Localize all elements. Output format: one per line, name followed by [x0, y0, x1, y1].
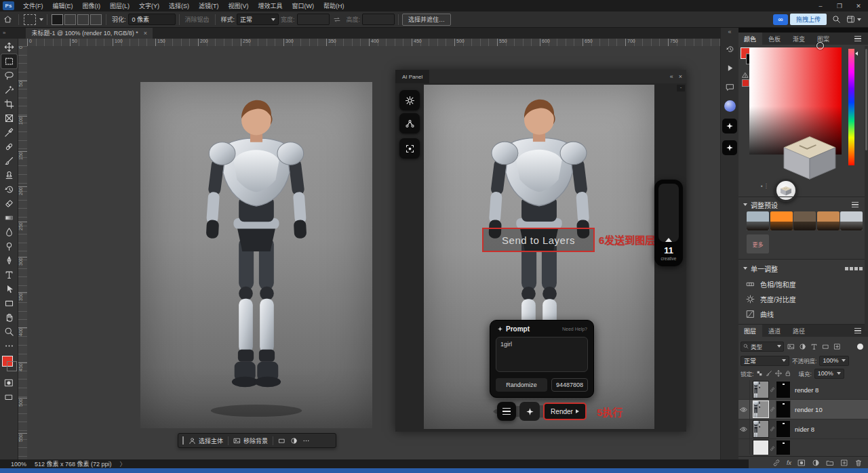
mask-link-icon[interactable] — [769, 387, 776, 392]
crop-tool[interactable] — [1, 97, 17, 111]
filter-smart-object-icon[interactable] — [833, 342, 842, 351]
preset-thumbnail[interactable] — [840, 211, 863, 230]
render-button[interactable]: Render — [543, 403, 587, 420]
ai-focus-button[interactable] — [399, 138, 420, 159]
home-icon[interactable] — [1, 14, 14, 25]
plugin-badge-button[interactable] — [774, 179, 797, 202]
ai-panel-tab[interactable]: AI Panel — [395, 70, 429, 83]
panel-tab[interactable]: 图层 — [738, 325, 762, 337]
minimize-button[interactable]: – — [811, 0, 830, 12]
layer-name[interactable]: render 10 — [795, 406, 823, 413]
tab-close-icon[interactable]: × — [144, 30, 147, 37]
swap-dimensions-icon[interactable] — [331, 14, 343, 25]
menu-item[interactable]: 窗口(W) — [288, 1, 319, 10]
panel-tab[interactable]: 色板 — [762, 33, 787, 45]
new-adjustment-icon[interactable] — [812, 459, 820, 467]
creative-slider-track[interactable] — [658, 184, 679, 242]
adjustment-item[interactable]: 色相/饱和度 — [738, 276, 868, 291]
panel-tab[interactable]: 渐变 — [787, 33, 811, 45]
visibility-toggle[interactable] — [738, 419, 750, 438]
taskbar-grip[interactable] — [182, 436, 184, 445]
fill-input[interactable]: 100% — [814, 369, 844, 379]
preset-thumbnail[interactable] — [817, 211, 840, 230]
workspace-switcher[interactable] — [846, 15, 861, 24]
ai-plugin-button-2[interactable] — [722, 140, 737, 155]
randomize-button[interactable]: Randomize — [496, 378, 547, 392]
menu-item[interactable]: 增效工具 — [254, 1, 288, 10]
zoom-tool[interactable] — [1, 325, 17, 339]
menu-item[interactable]: 视图(V) — [224, 1, 254, 10]
lock-pixels-icon[interactable] — [766, 370, 772, 377]
pen-tool[interactable] — [1, 253, 17, 268]
select-and-mask-button[interactable]: 选择并遮住… — [402, 14, 451, 26]
lock-all-icon[interactable] — [785, 370, 791, 377]
single-adjustments-header[interactable]: 单一调整 — [738, 263, 868, 274]
filter-type-icon[interactable] — [810, 342, 818, 351]
tab-overflow-icon[interactable]: » — [3, 30, 5, 36]
document-info[interactable]: 512 像素 x 768 像素 (72 ppi) — [35, 459, 112, 468]
width-input[interactable] — [297, 14, 330, 25]
filter-adjustment-icon[interactable] — [798, 342, 807, 351]
panel-collapse-icon[interactable]: « — [670, 73, 673, 80]
panel-tab[interactable]: 图案 — [811, 33, 835, 45]
visibility-toggle[interactable] — [738, 439, 750, 455]
adjustment-button[interactable] — [290, 437, 298, 445]
layer-thumbnail[interactable] — [753, 382, 768, 398]
selection-mode-intersect[interactable] — [90, 14, 102, 25]
gamut-color-chip[interactable] — [742, 79, 749, 87]
color-swatches[interactable] — [1, 356, 17, 373]
vertical-ruler[interactable]: 050100150200250300350400450500550 — [18, 46, 28, 459]
background-color-swatch[interactable] — [7, 361, 17, 371]
slider-thumb-icon[interactable] — [665, 238, 672, 242]
clone-stamp-tool[interactable] — [1, 168, 17, 182]
height-input[interactable] — [362, 14, 395, 25]
presets-list-icon[interactable] — [852, 202, 859, 207]
panel-minimize-icon[interactable]: - — [677, 85, 685, 91]
layer-name[interactable]: render 8 — [795, 386, 818, 394]
healing-brush-tool[interactable] — [1, 140, 17, 154]
selection-mode-subtract[interactable] — [77, 14, 89, 25]
dock-collapse-icon[interactable]: « — [728, 28, 731, 35]
layer-thumbnail[interactable] — [753, 440, 768, 455]
mask-link-icon[interactable] — [769, 407, 776, 412]
select-subject-button[interactable]: 选择主体 — [189, 436, 223, 445]
panel-menu-icon[interactable] — [854, 36, 861, 41]
panel-tab[interactable]: 路径 — [787, 325, 811, 337]
more-options-button[interactable] — [302, 437, 310, 445]
edit-toolbar[interactable] — [1, 339, 17, 353]
lock-transparency-icon[interactable] — [756, 370, 763, 377]
menu-item[interactable]: 滤镜(T) — [194, 1, 224, 10]
layer-mask-thumbnail[interactable] — [776, 440, 790, 455]
visibility-toggle[interactable] — [738, 400, 750, 419]
layer-row[interactable]: render 10 — [738, 400, 868, 419]
panel-tab[interactable]: 颜色 — [738, 33, 762, 45]
zoom-level[interactable]: 100% — [11, 461, 26, 468]
tool-preset-icon[interactable] — [24, 14, 36, 25]
panel-scrollbar[interactable] — [865, 46, 868, 331]
menu-item[interactable]: 选择(S) — [164, 1, 194, 10]
ai-menu-button[interactable] — [497, 402, 516, 421]
layer-row[interactable]: render 8 — [738, 380, 868, 400]
close-button[interactable]: ✕ — [849, 0, 868, 12]
upload-widget[interactable]: ∞ 拖拽上传 — [773, 14, 827, 25]
hue-slider[interactable] — [848, 49, 854, 165]
filter-toggle[interactable] — [857, 344, 863, 350]
search-icon[interactable] — [832, 15, 841, 24]
new-layer-icon[interactable] — [840, 459, 848, 467]
menu-item[interactable]: 文字(Y) — [134, 1, 164, 10]
gradient-tool[interactable] — [1, 211, 17, 225]
delete-layer-icon[interactable] — [854, 459, 863, 467]
layer-mask-thumbnail[interactable] — [776, 421, 790, 437]
quick-mask-button[interactable] — [1, 375, 17, 390]
layer-filter-dropdown[interactable]: 类型 — [741, 342, 784, 352]
layer-name[interactable]: nider 8 — [795, 426, 814, 433]
restore-button[interactable]: ❐ — [830, 0, 849, 12]
layers-menu-icon[interactable] — [854, 328, 861, 333]
link-layers-icon[interactable] — [772, 459, 781, 467]
layer-mask-thumbnail[interactable] — [776, 382, 790, 398]
eyedropper-tool[interactable] — [1, 125, 17, 140]
need-help-link[interactable]: Need Help? — [562, 327, 587, 331]
remove-background-button[interactable]: 移除背景 — [233, 436, 268, 445]
menu-item[interactable]: 编辑(E) — [48, 1, 78, 10]
frame-tool[interactable] — [1, 111, 17, 125]
